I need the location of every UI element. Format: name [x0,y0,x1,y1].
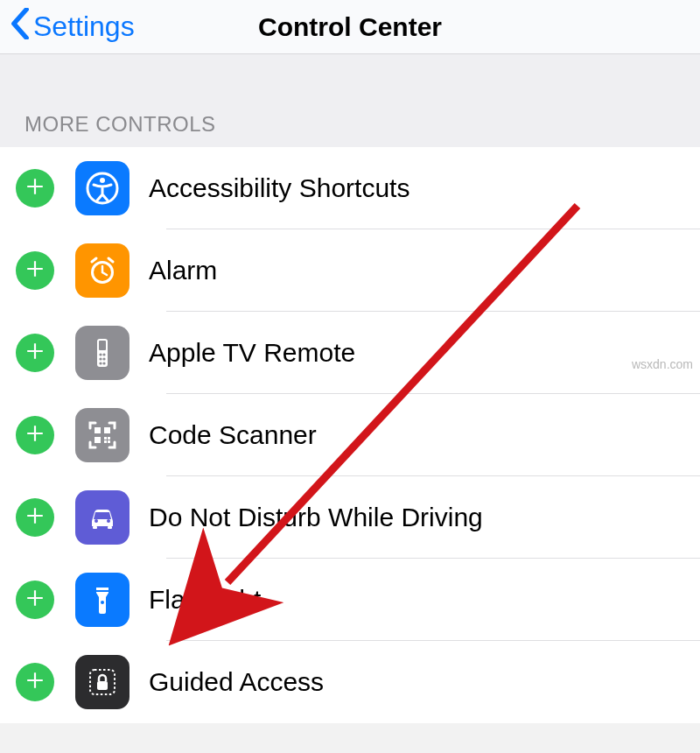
more-controls-list: Accessibility Shortcuts Alarm Apple TV R… [0,147,700,723]
lock-dotted-icon [75,655,130,709]
control-row-guided-access[interactable]: Guided Access [0,641,700,723]
svg-rect-21 [93,526,97,529]
control-label: Apple TV Remote [149,338,355,368]
svg-point-6 [99,353,102,355]
svg-point-11 [102,362,105,364]
svg-point-1 [100,178,105,183]
svg-point-7 [102,353,105,355]
control-row-code-scanner[interactable]: Code Scanner [0,394,700,476]
control-row-flashlight[interactable]: Flashlight [0,559,700,641]
add-button[interactable] [16,334,54,372]
watermark: wsxdn.com [632,357,693,371]
control-label: Do Not Disturb While Driving [149,503,483,532]
control-label: Code Scanner [149,420,317,450]
svg-rect-23 [96,590,108,592]
section-header: MORE CONTROLS [0,79,700,147]
chevron-left-icon [10,8,30,46]
alarm-icon [75,243,130,298]
remote-icon [75,326,130,380]
plus-icon [25,424,45,447]
svg-point-9 [102,357,105,360]
control-row-accessibility-shortcuts[interactable]: Accessibility Shortcuts [0,147,700,229]
control-row-apple-tv-remote[interactable]: Apple TV Remote [0,312,700,394]
control-label: Guided Access [149,667,324,697]
plus-icon [25,259,45,282]
svg-rect-13 [104,427,110,433]
svg-rect-16 [108,440,110,443]
svg-point-24 [101,601,104,604]
svg-rect-26 [97,681,108,690]
svg-rect-18 [108,437,110,440]
svg-rect-15 [104,437,107,440]
svg-rect-14 [94,437,101,443]
back-label: Settings [33,11,135,43]
plus-icon [25,177,45,200]
control-label: Flashlight [149,585,261,615]
add-button[interactable] [16,581,54,619]
accessibility-icon [75,161,130,215]
section-spacer [0,54,700,79]
svg-rect-22 [108,526,112,529]
flashlight-icon [75,573,130,627]
svg-point-19 [94,519,98,523]
svg-rect-17 [104,440,107,443]
svg-rect-5 [99,341,106,350]
navbar: Settings Control Center [0,0,700,54]
plus-icon [25,506,45,529]
plus-icon [25,671,45,693]
add-button[interactable] [16,663,54,701]
add-button[interactable] [16,416,54,454]
plus-icon [25,588,45,611]
plus-icon [25,341,45,364]
control-label: Alarm [149,256,217,285]
control-row-dnd-driving[interactable]: Do Not Disturb While Driving [0,476,700,559]
car-icon [75,490,130,545]
svg-point-20 [107,519,110,523]
svg-point-10 [99,362,102,364]
add-button[interactable] [16,169,54,208]
svg-point-8 [99,357,102,360]
control-row-alarm[interactable]: Alarm [0,229,700,312]
control-label: Accessibility Shortcuts [149,173,410,203]
add-button[interactable] [16,498,54,537]
back-button[interactable]: Settings [0,8,135,46]
svg-rect-12 [94,427,101,433]
add-button[interactable] [16,251,54,290]
qr-icon [75,408,130,462]
